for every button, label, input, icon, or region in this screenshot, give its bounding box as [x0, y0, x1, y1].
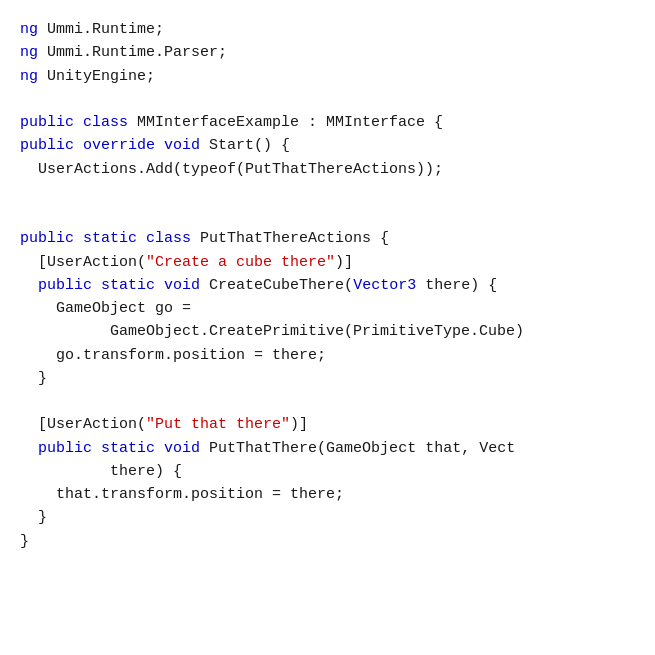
code-line-13: GameObject go = [20, 297, 635, 320]
code-line-blank-2 [20, 181, 635, 204]
code-line-21: that.transform.position = there; [20, 483, 635, 506]
code-line-19: public static void PutThatThere(GameObje… [20, 437, 635, 460]
code-line-blank-1 [20, 88, 635, 111]
code-line-15: go.transform.position = there; [20, 344, 635, 367]
code-line-7: UserActions.Add(typeof(PutThatThereActio… [20, 158, 635, 181]
code-line-16: } [20, 367, 635, 390]
code-line-blank-3 [20, 204, 635, 227]
code-line-6: public override void Start() { [20, 134, 635, 157]
code-line-14: GameObject.CreatePrimitive(PrimitiveType… [20, 320, 635, 343]
code-line-3: ng UnityEngine; [20, 65, 635, 88]
code-line-11: [UserAction("Create a cube there")] [20, 251, 635, 274]
code-line-22: } [20, 506, 635, 529]
code-line-20: there) { [20, 460, 635, 483]
code-line-18: [UserAction("Put that there")] [20, 413, 635, 436]
code-line-blank-4 [20, 390, 635, 413]
code-line-2: ng Ummi.Runtime.Parser; [20, 41, 635, 64]
code-container: ng Ummi.Runtime; ng Ummi.Runtime.Parser;… [0, 18, 655, 553]
code-line-10: public static class PutThatThereActions … [20, 227, 635, 250]
code-line-23: } [20, 530, 635, 553]
code-line-1: ng Ummi.Runtime; [20, 18, 635, 41]
code-line-12: public static void CreateCubeThere(Vecto… [20, 274, 635, 297]
code-line-5: public class MMInterfaceExample : MMInte… [20, 111, 635, 134]
